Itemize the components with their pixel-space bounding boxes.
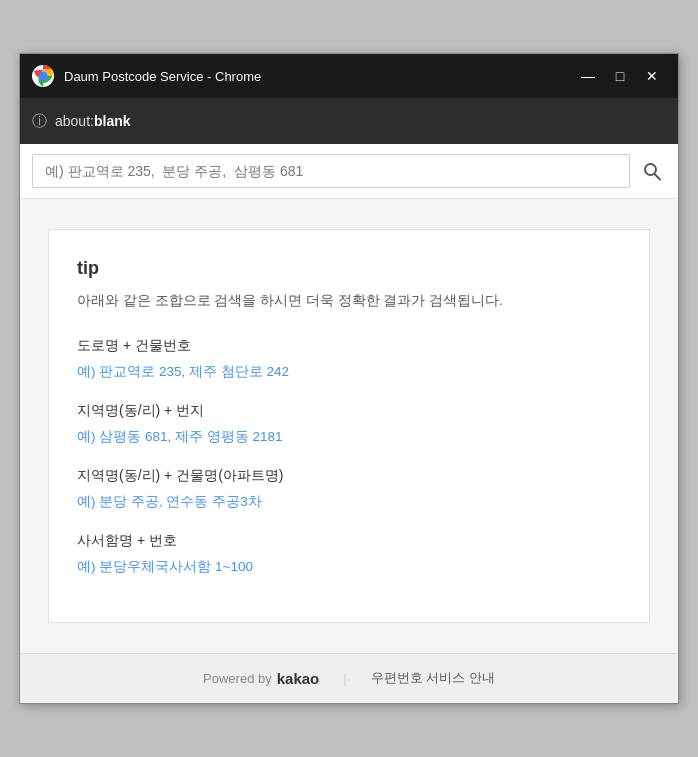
title-bar: Daum Postcode Service - Chrome — □ ✕	[20, 54, 678, 98]
svg-line-4	[655, 174, 661, 180]
window-controls: — □ ✕	[574, 62, 666, 90]
tip-example-2: 예) 삼평동 681, 제주 영평동 2181	[77, 426, 621, 448]
tip-intro: 아래와 같은 조합으로 검색을 하시면 더욱 정확한 결과가 검색됩니다.	[77, 291, 621, 311]
search-area	[20, 144, 678, 199]
tip-example-1: 예) 판교역로 235, 제주 첨단로 242	[77, 361, 621, 383]
tip-example-3: 예) 분당 주공, 연수동 주공3차	[77, 491, 621, 513]
footer-powered-by: Powered by kakao	[203, 670, 319, 687]
tip-example-4: 예) 분당우체국사서함 1~100	[77, 556, 621, 578]
info-icon: ⓘ	[32, 112, 47, 131]
content-area: tip 아래와 같은 조합으로 검색을 하시면 더욱 정확한 결과가 검색됩니다…	[20, 199, 678, 652]
tip-label-3: 지역명(동/리) + 건물명(아파트명)	[77, 464, 621, 486]
footer-link[interactable]: 우편번호 서비스 안내	[371, 669, 495, 687]
footer-divider: |	[343, 671, 346, 686]
address-bar: ⓘ about:blank	[20, 98, 678, 144]
tip-section-1: 도로명 + 건물번호 예) 판교역로 235, 제주 첨단로 242	[77, 334, 621, 383]
tip-section-2: 지역명(동/리) + 번지 예) 삼평동 681, 제주 영평동 2181	[77, 399, 621, 448]
address-text: about:blank	[55, 113, 666, 129]
close-button[interactable]: ✕	[638, 62, 666, 90]
chrome-icon	[32, 65, 54, 87]
window-title: Daum Postcode Service - Chrome	[64, 69, 564, 84]
svg-point-2	[39, 72, 48, 81]
footer: Powered by kakao | 우편번호 서비스 안내	[20, 653, 678, 703]
tip-section-4: 사서함명 + 번호 예) 분당우체국사서함 1~100	[77, 529, 621, 578]
search-icon	[642, 161, 662, 181]
browser-window: Daum Postcode Service - Chrome — □ ✕ ⓘ a…	[19, 53, 679, 703]
tip-label-1: 도로명 + 건물번호	[77, 334, 621, 356]
maximize-button[interactable]: □	[606, 62, 634, 90]
search-button[interactable]	[638, 157, 666, 185]
tip-section-3: 지역명(동/리) + 건물명(아파트명) 예) 분당 주공, 연수동 주공3차	[77, 464, 621, 513]
minimize-button[interactable]: —	[574, 62, 602, 90]
tip-label-2: 지역명(동/리) + 번지	[77, 399, 621, 421]
tip-box: tip 아래와 같은 조합으로 검색을 하시면 더욱 정확한 결과가 검색됩니다…	[48, 229, 650, 622]
tip-label-4: 사서함명 + 번호	[77, 529, 621, 551]
tip-title: tip	[77, 258, 621, 279]
search-input[interactable]	[32, 154, 630, 188]
